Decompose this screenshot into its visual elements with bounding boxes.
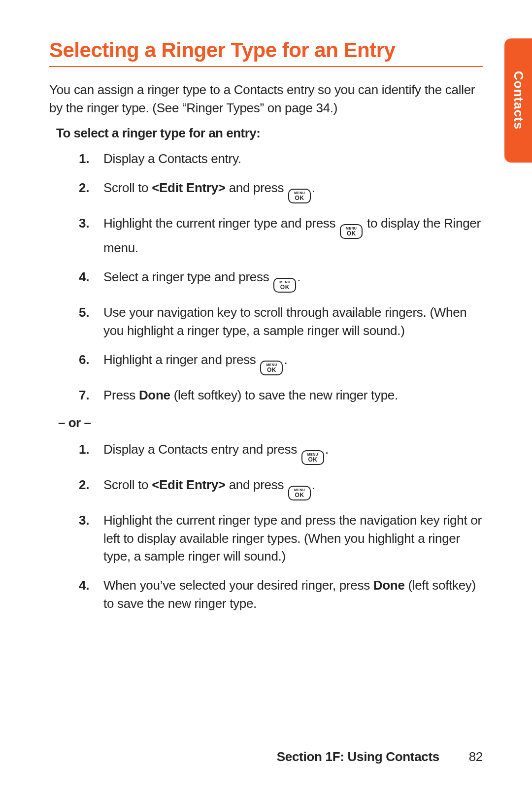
or-separator: – or – — [58, 415, 483, 431]
step-text: Scroll to — [103, 477, 152, 492]
key-ok-label: OK — [295, 195, 304, 201]
menu-ok-key-icon: MENUOK — [340, 224, 363, 239]
step-item: Scroll to <Edit Entry> and press MENUOK. — [79, 476, 483, 500]
key-ok-label: OK — [280, 284, 290, 290]
step-item: Highlight a ringer and press MENUOK. — [79, 351, 483, 375]
step-item: Select a ringer type and press MENUOK. — [79, 268, 483, 293]
page-title: Selecting a Ringer Type for an Entry — [49, 38, 483, 67]
step-item: Highlight the current ringer type and pr… — [79, 511, 483, 566]
step-item: Press Done (left softkey) to save the ne… — [79, 386, 483, 404]
menu-ok-key-icon: MENUOK — [260, 361, 283, 375]
key-menu-label: MENU — [307, 453, 318, 456]
key-ok-label: OK — [295, 492, 304, 498]
menu-ok-key-icon: MENUOK — [301, 450, 324, 465]
step-text: and press — [226, 477, 287, 492]
footer-section-label: Section 1F: Using Contacts — [277, 749, 439, 765]
key-menu-label: MENU — [279, 280, 290, 284]
step-text: Highlight a ringer and press — [103, 352, 259, 367]
done-label: Done — [139, 388, 170, 402]
key-menu-label: MENU — [346, 227, 357, 230]
key-ok-label: OK — [267, 367, 276, 373]
step-text: and press — [226, 180, 287, 195]
step-text: Display a Contacts entry. — [103, 151, 241, 166]
procedure-heading: To select a ringer type for an entry: — [56, 126, 483, 141]
step-item: Scroll to <Edit Entry> and press MENUOK. — [79, 179, 483, 203]
page-footer: Section 1F: Using Contacts 82 — [0, 749, 532, 765]
step-text: . — [284, 352, 287, 367]
step-item: Display a Contacts entry. — [79, 150, 483, 168]
step-text: Display a Contacts entry and press — [103, 442, 300, 457]
footer-page-number: 82 — [463, 749, 483, 765]
section-tab-contacts: Contacts — [504, 38, 532, 163]
key-ok-label: OK — [347, 231, 356, 236]
key-menu-label: MENU — [294, 488, 305, 492]
step-text: Scroll to — [103, 180, 152, 195]
step-text: When you’ve selected your desired ringer… — [103, 578, 373, 593]
step-text: Select a ringer type and press — [103, 269, 272, 284]
step-text: . — [312, 180, 315, 195]
menu-ok-key-icon: MENUOK — [288, 486, 311, 500]
steps-list-a: Display a Contacts entry. Scroll to <Edi… — [79, 150, 483, 404]
menu-ok-key-icon: MENUOK — [288, 189, 311, 203]
manual-page: Contacts Selecting a Ringer Type for an … — [0, 0, 532, 798]
step-text: . — [297, 269, 300, 284]
step-item: Display a Contacts entry and press MENUO… — [79, 440, 483, 465]
done-label: Done — [373, 578, 405, 593]
key-menu-label: MENU — [266, 363, 277, 366]
edit-entry-label: <Edit Entry> — [152, 180, 226, 195]
step-text: Highlight the current ringer type and pr… — [103, 216, 339, 231]
step-text: Highlight the current ringer type and pr… — [103, 513, 482, 564]
key-ok-label: OK — [308, 457, 317, 463]
step-text: Press — [103, 388, 139, 402]
step-text: Use your navigation key to scroll throug… — [103, 305, 466, 338]
section-tab-label: Contacts — [511, 71, 526, 130]
step-item: Use your navigation key to scroll throug… — [79, 303, 483, 340]
step-text: (left softkey) to save the new ringer ty… — [170, 388, 398, 402]
menu-ok-key-icon: MENUOK — [273, 278, 296, 293]
edit-entry-label: <Edit Entry> — [152, 477, 226, 492]
step-text: . — [325, 442, 329, 457]
step-item: When you’ve selected your desired ringer… — [79, 576, 483, 613]
step-text: . — [312, 477, 315, 492]
key-menu-label: MENU — [294, 191, 305, 195]
intro-paragraph: You can assign a ringer type to a Contac… — [49, 81, 483, 117]
steps-list-b: Display a Contacts entry and press MENUO… — [79, 440, 483, 613]
step-item: Highlight the current ringer type and pr… — [79, 214, 483, 257]
